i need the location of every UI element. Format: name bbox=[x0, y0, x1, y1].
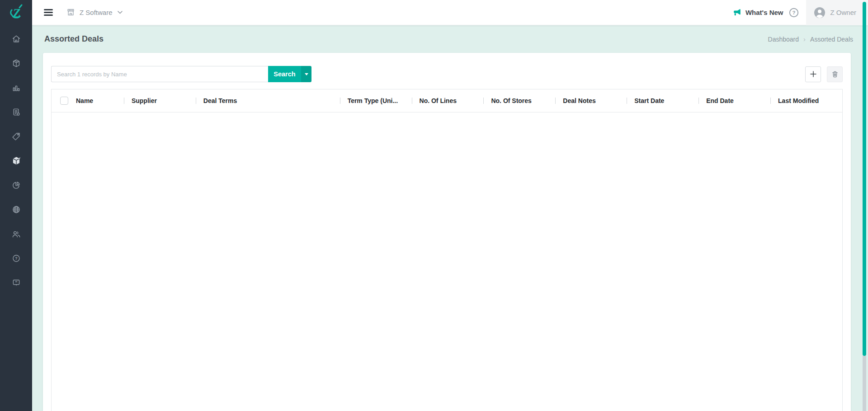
scrollbar-track[interactable] bbox=[863, 356, 866, 411]
logo-icon: Z bbox=[7, 4, 25, 22]
home-icon bbox=[11, 34, 21, 44]
pie-chart-icon bbox=[11, 180, 21, 190]
store-name-label: Z Software bbox=[80, 9, 113, 16]
store-switcher[interactable]: Z Software bbox=[66, 8, 123, 17]
search-options-dropdown[interactable] bbox=[301, 66, 311, 82]
column-header-no-of-stores[interactable]: No. Of Stores bbox=[483, 89, 555, 112]
sidebar-item-orders[interactable] bbox=[0, 100, 32, 124]
invoice-icon bbox=[11, 107, 21, 117]
column-header-supplier[interactable]: Supplier bbox=[124, 89, 196, 112]
user-menu[interactable]: Z Owner bbox=[806, 0, 868, 25]
app-viewport: Z bbox=[0, 0, 868, 411]
column-label: Name bbox=[76, 97, 93, 104]
column-header-deal-terms[interactable]: Deal Terms bbox=[196, 89, 340, 112]
breadcrumb-item-current: Assorted Deals bbox=[810, 36, 853, 43]
column-header-deal-notes[interactable]: Deal Notes bbox=[555, 89, 627, 112]
breadcrumb: Dashboard › Assorted Deals bbox=[768, 35, 853, 43]
column-label: End Date bbox=[706, 97, 734, 104]
column-label: Term Type (Uni... bbox=[348, 97, 398, 104]
scrollbar-thumb[interactable] bbox=[863, 2, 866, 356]
svg-text:“: “ bbox=[15, 280, 17, 285]
breadcrumb-item-dashboard[interactable]: Dashboard bbox=[768, 36, 799, 43]
topbar: Z Software What's New ? Z bbox=[32, 0, 868, 25]
help-button[interactable]: ? bbox=[788, 7, 799, 18]
page-title: Assorted Deals bbox=[44, 34, 104, 44]
tag-icon bbox=[11, 131, 21, 141]
whats-new-label: What's New bbox=[745, 9, 783, 16]
sidebar: Z bbox=[0, 0, 32, 411]
column-label: Deal Notes bbox=[563, 97, 595, 104]
whats-new-button[interactable]: What's New bbox=[732, 8, 783, 18]
column-header-end-date[interactable]: End Date bbox=[698, 89, 770, 112]
grid-body-empty bbox=[52, 112, 842, 411]
app-logo[interactable]: Z bbox=[0, 0, 32, 25]
bar-chart-icon bbox=[11, 83, 21, 93]
content-card: Search Nam bbox=[43, 53, 851, 411]
select-all-checkbox[interactable] bbox=[60, 97, 68, 105]
grid-toolbar: Search bbox=[51, 66, 843, 82]
delete-record-button[interactable] bbox=[827, 66, 843, 82]
user-name-label: Z Owner bbox=[830, 9, 856, 16]
column-label: No. Of Stores bbox=[491, 97, 531, 104]
column-label: Supplier bbox=[132, 97, 157, 104]
megaphone-icon bbox=[732, 8, 742, 18]
column-label: Last Modified bbox=[778, 97, 819, 104]
feedback-icon: “ bbox=[11, 278, 21, 288]
sidebar-item-help[interactable]: ? bbox=[0, 246, 32, 271]
sidebar-nav: ? “ bbox=[0, 25, 32, 295]
trash-icon bbox=[831, 70, 839, 78]
sidebar-item-insights[interactable] bbox=[0, 173, 32, 197]
breadcrumb-separator-icon: › bbox=[803, 35, 806, 43]
column-label: Start Date bbox=[634, 97, 664, 104]
column-header-last-modified[interactable]: Last Modified bbox=[770, 89, 842, 112]
grid-header-row: Name Supplier Deal Terms Term Type (Uni.… bbox=[52, 89, 842, 112]
sidebar-item-assortment[interactable] bbox=[0, 149, 32, 173]
page-title-bar: Assorted Deals Dashboard › Assorted Deal… bbox=[32, 25, 868, 53]
column-header-name[interactable]: Name bbox=[52, 89, 124, 112]
sidebar-item-home[interactable] bbox=[0, 27, 32, 51]
chevron-down-icon bbox=[118, 11, 123, 14]
sidebar-item-products[interactable] bbox=[0, 51, 32, 75]
search-input[interactable] bbox=[51, 66, 268, 82]
sidebar-item-pricing[interactable] bbox=[0, 124, 32, 149]
avatar bbox=[814, 7, 826, 19]
search-button[interactable]: Search bbox=[268, 66, 301, 82]
column-header-no-of-lines[interactable]: No. Of Lines bbox=[412, 89, 484, 112]
column-header-term-type[interactable]: Term Type (Uni... bbox=[340, 89, 412, 112]
sidebar-item-online[interactable] bbox=[0, 197, 32, 222]
data-grid: Name Supplier Deal Terms Term Type (Uni.… bbox=[51, 89, 843, 411]
sidebar-item-analytics[interactable] bbox=[0, 75, 32, 100]
menu-toggle-button[interactable] bbox=[44, 7, 53, 17]
package-icon bbox=[11, 58, 21, 68]
column-label: Deal Terms bbox=[203, 97, 237, 104]
store-icon bbox=[66, 8, 75, 17]
plus-icon bbox=[810, 70, 817, 78]
open-box-icon bbox=[11, 156, 21, 166]
question-circle-icon: ? bbox=[788, 7, 799, 18]
column-header-start-date[interactable]: Start Date bbox=[627, 89, 698, 112]
users-icon bbox=[11, 229, 21, 239]
sidebar-item-customers[interactable] bbox=[0, 222, 32, 246]
sidebar-item-feedback[interactable]: “ bbox=[0, 271, 32, 295]
add-record-button[interactable] bbox=[805, 66, 821, 82]
svg-text:?: ? bbox=[15, 256, 17, 261]
caret-down-icon bbox=[305, 73, 308, 75]
search-group: Search bbox=[51, 66, 311, 82]
globe-icon bbox=[11, 205, 21, 215]
svg-text:?: ? bbox=[793, 10, 796, 15]
column-label: No. Of Lines bbox=[420, 97, 457, 104]
help-icon: ? bbox=[11, 253, 21, 263]
